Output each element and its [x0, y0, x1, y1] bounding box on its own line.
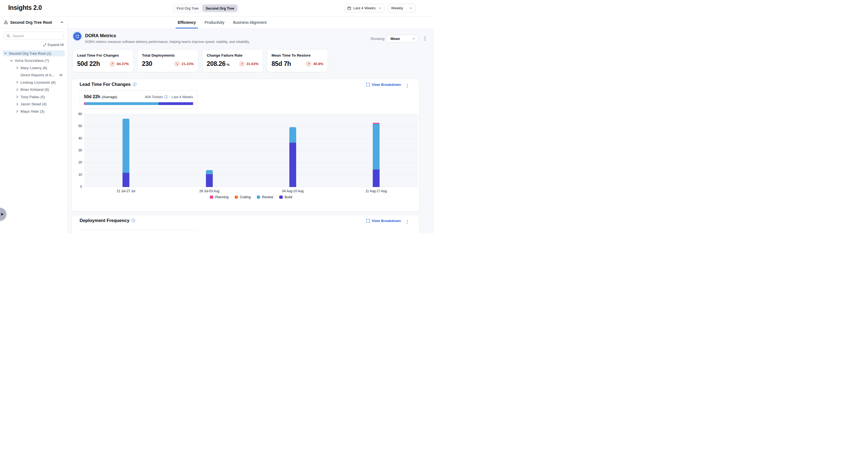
chevron-right-icon[interactable] — [16, 95, 19, 98]
y-tick-label: 0 — [72, 185, 82, 189]
legend-swatch — [257, 195, 260, 199]
stat-card-title: Change Failure Rate — [207, 53, 258, 57]
phase-segment-review — [85, 102, 159, 105]
dora-metrics-icon — [72, 31, 82, 41]
tree-item[interactable]: Lindsay Liszewski (8) — [3, 79, 65, 85]
summary-tickets: 404 Tickets — [145, 95, 163, 99]
stat-card: Lead Time For Changes50d 22h↗84.37% — [72, 49, 133, 72]
stacked-bar — [289, 127, 296, 187]
trend-up-icon: ↗ — [110, 61, 115, 67]
showing-mean-dropdown[interactable]: Mean — [386, 35, 418, 43]
dora-menu-kebab[interactable] — [424, 35, 426, 41]
legend-label: Coding — [240, 195, 251, 199]
stat-card-title: Lead Time For Changes — [77, 53, 129, 57]
sidebar-collapse-handle[interactable]: ▶ — [0, 208, 6, 221]
divider — [169, 95, 170, 99]
showing-mean-value: Mean — [391, 37, 412, 41]
stat-card-title: Total Deployments — [142, 53, 194, 57]
tree-item-label: Direct Reports of A... — [21, 73, 55, 77]
legend-label: Planning — [215, 195, 228, 199]
trend-percentage: 31.63% — [246, 62, 258, 66]
tab-productivity[interactable]: Productivity — [204, 17, 225, 28]
tree-item[interactable]: Jason Stead (4) — [3, 101, 65, 107]
trend-down-icon: ↘ — [174, 61, 180, 67]
info-icon[interactable] — [164, 95, 168, 99]
chevron-right-icon[interactable] — [16, 110, 19, 113]
gridline — [84, 126, 418, 126]
calendar-icon — [347, 6, 351, 10]
legend-swatch — [279, 195, 283, 199]
y-tick-label: 40 — [72, 136, 82, 140]
info-icon[interactable] — [133, 83, 136, 86]
lead-time-summary-card: 50d 22h (Average) 404 Tickets Last 4 Wee… — [80, 91, 197, 109]
bar-segment-build — [206, 174, 213, 187]
summary-qualifier: (Average) — [102, 95, 117, 99]
chevron-right-icon[interactable] — [16, 102, 19, 106]
top-header: Insights 2.0 First Org Tree Second Org T… — [0, 0, 434, 17]
dora-section-description: DORA metrics measure software delivery p… — [85, 40, 250, 44]
tree-item[interactable]: Brian Kirkland (6) — [3, 87, 65, 93]
tree-item[interactable]: Maya Yette (3) — [3, 108, 65, 114]
bar-segment-build — [289, 143, 296, 187]
dora-stat-cards: Lead Time For Changes50d 22h↗84.37%Total… — [72, 49, 328, 72]
dora-section-title: DORA Metrics — [85, 33, 116, 38]
stat-card-trend: ↗40.8% — [306, 61, 323, 67]
granularity-dropdown[interactable]: Weekly — [388, 4, 415, 12]
trend-up-icon: ↗ — [239, 61, 245, 67]
fullscreen-icon — [366, 83, 370, 86]
tree-item[interactable]: Direct Reports of A... — [3, 72, 65, 78]
stat-card-value-row: 208.26%↗31.63% — [207, 60, 258, 67]
lead-time-menu-kebab[interactable] — [406, 83, 409, 89]
tabs-bar: Efficiency Productivity Business Alignme… — [67, 17, 434, 29]
lead-time-view-breakdown[interactable]: View Breakdown — [366, 83, 401, 87]
gridline — [84, 162, 418, 163]
lead-time-chart — [84, 114, 418, 187]
chevron-down-icon[interactable] — [4, 52, 7, 55]
stat-card-value-row: 85d 7h↗40.8% — [272, 60, 323, 67]
trend-percentage: 21.23% — [182, 62, 194, 66]
cycle-arrow-icon — [75, 34, 80, 38]
legend-swatch — [210, 195, 213, 199]
page-title: Insights 2.0 — [8, 4, 42, 11]
tab-efficiency[interactable]: Efficiency — [177, 17, 196, 28]
date-range-dropdown[interactable]: Last 4 Weeks — [344, 4, 384, 12]
search-input[interactable] — [12, 34, 61, 38]
summary-value: 50d 22h — [84, 94, 100, 99]
org-sidebar: Second Org Tree Root Expand All Second O… — [0, 17, 68, 234]
bar-segment-build — [123, 173, 129, 187]
sidebar-search[interactable] — [4, 32, 64, 40]
org-tree: Second Org Tree Root (1)Anna Scozzafava … — [3, 50, 65, 116]
tree-item[interactable]: Tony Pallas (5) — [3, 94, 65, 100]
chevron-right-icon[interactable] — [16, 66, 19, 69]
deployment-view-breakdown[interactable]: View Breakdown — [366, 219, 401, 223]
tree-item[interactable]: Second Org Tree Root (1) — [3, 50, 65, 56]
bar-segment-build — [373, 169, 379, 187]
stacked-bar — [373, 123, 379, 187]
info-icon[interactable] — [131, 219, 135, 222]
tab-business-alignment[interactable]: Business Alignment — [233, 17, 267, 28]
legend-item-review: Review — [257, 195, 274, 199]
stat-card-value: 208.26 — [207, 60, 226, 67]
gridline — [84, 150, 418, 151]
tree-item[interactable]: Anna Scozzafava (7) — [3, 58, 65, 64]
expand-all-button[interactable]: Expand All — [4, 43, 64, 47]
y-tick-label: 50 — [72, 124, 82, 128]
chevron-up-icon[interactable] — [60, 21, 64, 24]
stat-card-value: 85d 7h — [272, 60, 291, 67]
chevron-down-icon — [378, 6, 381, 9]
tree-item[interactable]: Mary Lowery (6) — [3, 65, 65, 71]
chevron-right-icon[interactable] — [16, 88, 19, 91]
deployment-menu-kebab[interactable] — [406, 219, 409, 225]
chevron-right-icon[interactable] — [16, 81, 19, 84]
tree-item-label: Brian Kirkland (6) — [21, 88, 49, 92]
toggle-second-org-tree[interactable]: Second Org Tree — [203, 5, 237, 12]
stat-card-trend: ↗31.63% — [239, 61, 258, 67]
bar-segment-review — [373, 124, 379, 169]
chevron-down-icon — [409, 6, 412, 9]
chart-legend: PlanningCodingReviewBuild — [84, 195, 418, 199]
chevron-down-icon[interactable] — [10, 59, 13, 62]
stat-card-title: Mean Time To Restore — [272, 53, 323, 57]
filter-icon[interactable] — [59, 73, 63, 77]
toggle-first-org-tree[interactable]: First Org Tree — [174, 5, 202, 12]
chevron-down-icon — [412, 37, 415, 40]
